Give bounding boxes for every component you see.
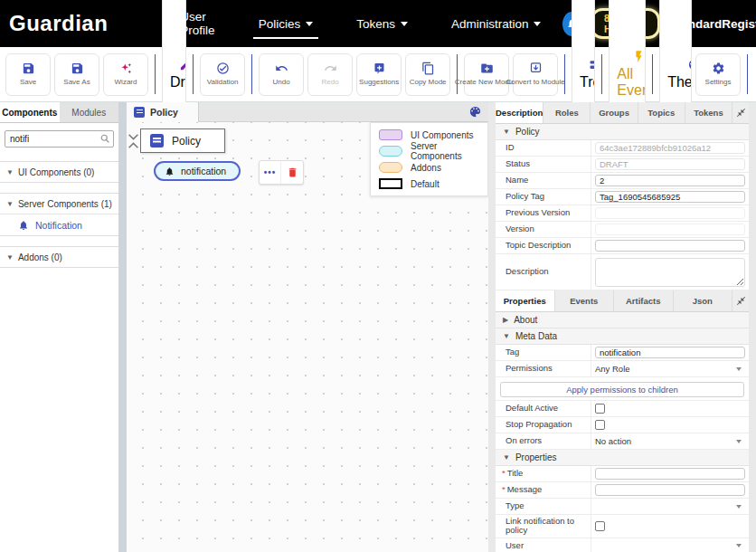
default-active-checkbox[interactable] — [595, 404, 605, 414]
check-circle-icon — [216, 62, 230, 75]
copy-mode-button[interactable]: Copy Mode — [405, 53, 450, 96]
save-button[interactable]: Save — [5, 53, 51, 96]
toolbar-divider — [193, 54, 194, 94]
tab-description[interactable]: Description — [496, 102, 543, 123]
save-as-icon — [71, 62, 84, 75]
search-icon — [99, 133, 110, 144]
validation-button[interactable]: Validation — [200, 53, 245, 96]
legend-item-addons: Addons — [371, 159, 487, 176]
tab-artifacts[interactable]: Artifacts — [614, 290, 674, 311]
palette-icon — [468, 105, 482, 119]
sidebar-canvas-divider[interactable] — [118, 102, 127, 552]
policy-canvas: Policy Policy notification ••• — [127, 102, 488, 552]
collapse-panel-button[interactable] — [732, 290, 749, 311]
toolbar-divider — [601, 54, 602, 94]
notification-block[interactable]: notification — [154, 161, 241, 181]
group-ui-components[interactable]: ▼ UI Components (0) — [0, 162, 118, 182]
convert-to-module-button[interactable]: Convert to Module — [513, 53, 558, 96]
tab-properties[interactable]: Properties — [496, 290, 555, 311]
right-panels: Description Roles Groups Topics Tokens ▼… — [488, 102, 756, 552]
chevron-down-icon — [128, 133, 139, 141]
message-input[interactable] — [595, 484, 745, 496]
triangle-down-icon: ▼ — [503, 128, 510, 136]
field-user: User — [496, 538, 749, 552]
palette-icon — [687, 58, 692, 71]
tab-tokens[interactable]: Tokens — [685, 102, 732, 123]
id-value — [595, 142, 745, 154]
topic-description-input[interactable] — [595, 240, 745, 252]
component-search-input[interactable] — [5, 130, 114, 148]
undo-button[interactable]: Undo — [259, 53, 304, 96]
ui-components-swatch — [379, 129, 402, 140]
policy-tag-input[interactable] — [595, 191, 745, 203]
components-sidebar: Components Modules ▼ UI Components (0) ▼… — [0, 102, 118, 552]
settings-button[interactable]: Settings — [695, 53, 741, 96]
apply-permissions-button[interactable]: Apply permissions to children — [500, 382, 744, 397]
name-input[interactable] — [595, 175, 745, 186]
section-about[interactable]: ▶ About — [496, 312, 749, 328]
canvas-theme-button[interactable] — [468, 105, 482, 119]
tab-components[interactable]: Components — [0, 102, 60, 122]
app-logo: Guardian — [9, 11, 108, 36]
previous-version-value — [595, 207, 745, 219]
canvas-grid[interactable]: Policy notification ••• UI Components — [127, 122, 488, 552]
triangle-down-icon: ▼ — [6, 253, 14, 262]
chevron-down-icon — [736, 505, 742, 509]
type-select[interactable] — [595, 505, 745, 509]
field-title: * Title — [496, 466, 749, 482]
toolbar-divider — [747, 54, 748, 94]
tab-json[interactable]: Json — [674, 290, 733, 311]
save-as-button[interactable]: Save As — [54, 53, 99, 96]
collapse-panel-button[interactable] — [732, 102, 749, 123]
block-more-button[interactable]: ••• — [260, 161, 281, 184]
redo-button[interactable]: Redo — [307, 53, 353, 96]
tab-modules[interactable]: Modules — [60, 102, 119, 122]
component-notification[interactable]: Notification — [0, 214, 118, 235]
suggestions-button[interactable]: Suggestions — [356, 53, 402, 96]
link-notification-checkbox[interactable] — [595, 521, 605, 531]
field-name: Name — [496, 173, 749, 189]
policy-toolbar: Save Save As Wizard Draft Validation Und… — [0, 47, 756, 102]
tag-input[interactable] — [595, 347, 745, 358]
convert-module-icon — [529, 62, 543, 75]
create-new-module-button[interactable]: Create New Module — [464, 53, 509, 96]
field-id: ID — [496, 140, 749, 157]
description-textarea[interactable] — [595, 258, 745, 287]
nav-administration[interactable]: Administration — [430, 0, 563, 47]
permissions-select[interactable]: Any Role — [595, 364, 745, 374]
legend-item-server: Server Components — [371, 143, 487, 159]
user-select[interactable] — [595, 544, 745, 547]
toolbar-divider — [155, 54, 156, 94]
policy-root-block[interactable]: Policy — [140, 128, 225, 153]
tab-topics[interactable]: Topics — [638, 102, 685, 123]
canvas-tab-policy[interactable]: Policy — [127, 102, 199, 122]
wizard-button[interactable]: Wizard — [103, 53, 148, 96]
section-policy[interactable]: ▼ Policy — [496, 124, 749, 140]
block-actions: ••• — [259, 160, 304, 185]
title-input[interactable] — [595, 468, 745, 480]
redo-icon — [324, 62, 337, 75]
field-link-notification: Link notification to policy — [496, 515, 749, 538]
default-swatch — [379, 178, 402, 189]
status-value — [595, 158, 745, 170]
tab-events[interactable]: Events — [555, 290, 615, 311]
block-delete-button[interactable] — [281, 161, 303, 184]
tab-groups[interactable]: Groups — [591, 102, 638, 123]
field-permissions: Permissions Any Role — [496, 361, 749, 377]
group-server-components[interactable]: ▼ Server Components (1) — [0, 194, 118, 214]
version-value — [595, 224, 745, 235]
nav-policies[interactable]: Policies — [237, 0, 335, 47]
gear-icon — [712, 62, 725, 75]
triangle-down-icon: ▼ — [503, 332, 510, 340]
on-errors-select[interactable]: No action — [595, 436, 745, 446]
section-meta-data[interactable]: ▼ Meta Data — [496, 328, 749, 345]
folder-plus-icon — [480, 62, 494, 75]
nav-tokens[interactable]: Tokens — [335, 0, 430, 47]
stop-propagation-checkbox[interactable] — [595, 420, 605, 430]
nav-user-profile[interactable]: User Profile — [158, 0, 236, 47]
tab-roles[interactable]: Roles — [543, 102, 591, 123]
toolbar-divider — [251, 54, 252, 94]
group-addons[interactable]: ▼ Addons (0) — [0, 247, 118, 267]
collapse-expand-control[interactable] — [128, 133, 139, 149]
section-properties[interactable]: ▼ Properties — [496, 450, 749, 466]
